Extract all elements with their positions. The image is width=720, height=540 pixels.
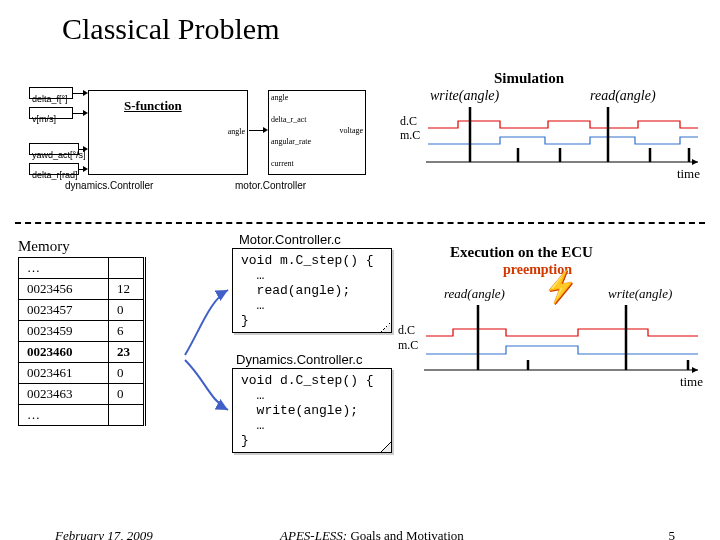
page-title: Classical Problem — [62, 12, 279, 46]
footer-page: 5 — [669, 528, 676, 540]
table-row: 00234630 — [19, 384, 151, 405]
time-label-2: time — [680, 374, 703, 390]
table-row: 00234570 — [19, 300, 151, 321]
table-row: 002345612 — [19, 279, 151, 300]
separator — [15, 222, 705, 224]
time-label: time — [677, 166, 700, 182]
simulation-heading: Simulation — [494, 70, 564, 87]
dynamics-controller-label: dynamics.Controller — [65, 180, 153, 191]
memory-heading: Memory — [18, 238, 151, 255]
sfunction-label: S-function — [124, 98, 182, 114]
simulation-timeline: d.C m.C time — [400, 88, 700, 178]
memory-table: Memory …00234561200234570002345960023460… — [18, 238, 151, 426]
execution-heading: Execution on the ECU — [450, 244, 593, 261]
port-delta-r: delta_r[rad] — [29, 163, 79, 175]
svg-marker-7 — [692, 159, 698, 165]
simulink-diagram: delta_f[°] v[m/s] yawd_act[°/s] delta_r[… — [25, 85, 350, 215]
footer-date: February 17, 2009 — [55, 528, 153, 540]
table-row: 002346023 — [19, 342, 151, 363]
table-row: 00234610 — [19, 363, 151, 384]
table-row: … — [19, 405, 151, 426]
port-yawd: yawd_act[°/s] — [29, 143, 79, 155]
motor-code-label: Motor.Controller.c — [239, 232, 341, 247]
sfunction-block: S-function angle — [88, 90, 248, 175]
motor-controller-label: motor.Controller — [235, 180, 306, 191]
svg-marker-13 — [692, 367, 698, 373]
port-v: v[m/s] — [29, 107, 73, 119]
motor-block: angle delta_r_act angular_rate current v… — [268, 90, 366, 175]
connector-arrows — [180, 270, 270, 440]
port-delta-f: delta_f[°] — [29, 87, 73, 99]
table-row: … — [19, 258, 151, 279]
execution-timeline: read(angle) write(angle) ⚡ d.C m.C time — [398, 278, 703, 398]
table-row: 00234596 — [19, 321, 151, 342]
footer-caption: APES-LESS: Goals and Motivation — [280, 528, 464, 540]
sfunction-output-label: angle — [228, 127, 245, 136]
